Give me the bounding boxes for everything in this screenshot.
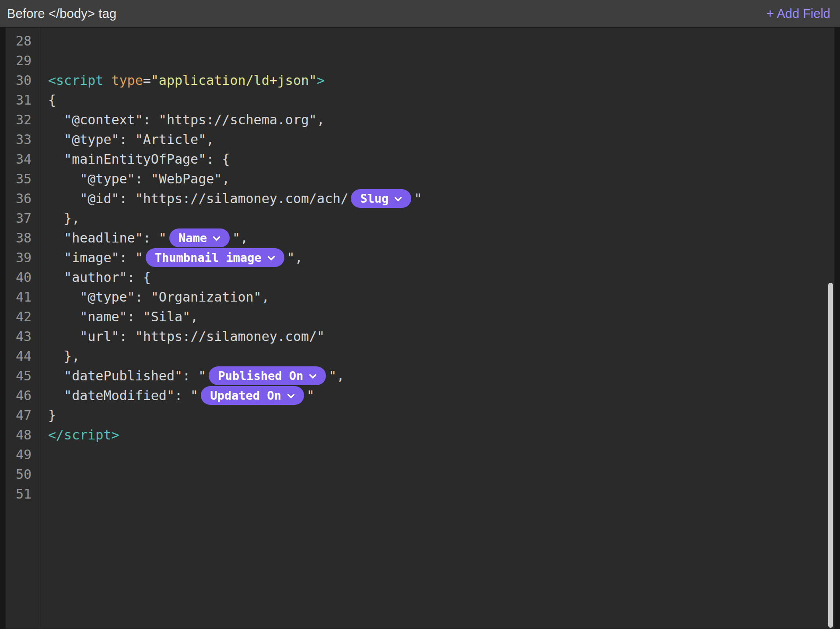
add-field-button[interactable]: + Add Field (766, 7, 830, 21)
code-text: { (48, 92, 56, 108)
code-line[interactable]: 34 "mainEntityOfPage": { (6, 149, 834, 169)
scrollbar-thumb[interactable] (828, 283, 833, 628)
code-line[interactable]: 45 "datePublished": "Published On", (6, 366, 834, 386)
code-text (103, 73, 111, 88)
field-token-label: Thumbnail image (155, 251, 262, 264)
line-number: 34 (6, 151, 39, 167)
line-number: 48 (6, 427, 39, 443)
code-line[interactable]: 40 "author": { (6, 267, 834, 287)
code-text: "name": "Sila", (48, 309, 198, 324)
code-text: "url": "https://silamoney.com/" (48, 329, 325, 344)
field-token-slug[interactable]: Slug (351, 189, 411, 208)
code-text: "@id": "https://silamoney.com/ach/ (48, 191, 348, 206)
line-number: 51 (6, 486, 39, 502)
code-text: "@type": "Article", (48, 132, 214, 147)
line-number: 42 (6, 309, 39, 324)
code-line[interactable]: 32 "@context": "https://schema.org", (6, 110, 834, 130)
code-line[interactable]: 36 "@id": "https://silamoney.com/ach/Slu… (6, 189, 834, 208)
line-number: 43 (6, 329, 39, 344)
code-content: } (39, 408, 56, 423)
line-number: 36 (6, 191, 39, 206)
code-content: </script> (39, 427, 119, 443)
panel-title: Before </body> tag (7, 7, 116, 21)
code-line[interactable]: 29 (6, 51, 834, 70)
code-content: "@type": "WebPage", (39, 171, 230, 186)
code-editor[interactable]: 282930<script type="application/ld+json"… (5, 27, 835, 629)
code-content: "name": "Sila", (39, 309, 198, 324)
code-line[interactable]: 43 "url": "https://silamoney.com/" (6, 327, 834, 346)
code-text: }, (48, 348, 80, 364)
line-number: 37 (6, 211, 39, 226)
code-text: } (48, 408, 56, 423)
code-text: "@context": "https://schema.org", (48, 112, 325, 127)
line-number: 38 (6, 230, 39, 246)
code-content: }, (39, 348, 80, 364)
code-text: "author": { (48, 270, 151, 285)
code-content: "dateModified": "Updated On" (39, 386, 315, 405)
code-content: "author": { (39, 270, 151, 285)
code-text: "@type": "WebPage", (48, 171, 230, 186)
code-text: </script> (48, 427, 119, 443)
code-text: }, (48, 211, 80, 226)
code-line[interactable]: 37 }, (6, 208, 834, 228)
line-number: 49 (6, 447, 39, 462)
code-text: = (143, 73, 151, 88)
code-line[interactable]: 41 "@type": "Organization", (6, 287, 834, 307)
code-line[interactable]: 39 "image": "Thumbnail image", (6, 248, 834, 267)
field-token-updated-on[interactable]: Updated On (201, 386, 304, 405)
code-line[interactable]: 47} (6, 405, 834, 425)
code-content: "mainEntityOfPage": { (39, 151, 230, 167)
line-number: 28 (6, 33, 39, 49)
code-line[interactable]: 44 }, (6, 346, 834, 366)
field-token-label: Updated On (210, 389, 281, 402)
chevron-down-icon (267, 256, 275, 261)
code-text: "application/ld+json" (151, 73, 317, 88)
code-content: "headline": "Name", (39, 228, 248, 247)
line-number: 44 (6, 348, 39, 364)
field-token-label: Published On (218, 369, 303, 383)
code-text: <script (48, 73, 103, 88)
line-number: 45 (6, 368, 39, 383)
code-content: "url": "https://silamoney.com/" (39, 329, 325, 344)
code-text: > (317, 73, 325, 88)
chevron-down-icon (309, 374, 317, 379)
code-line[interactable]: 28 (6, 31, 834, 51)
line-number: 40 (6, 270, 39, 285)
code-content: "@type": "Organization", (39, 289, 270, 305)
code-content: "image": "Thumbnail image", (39, 248, 303, 267)
code-line[interactable]: 31{ (6, 90, 834, 110)
code-text: " (414, 191, 422, 206)
code-text: "image": " (48, 250, 143, 265)
code-line[interactable]: 49 (6, 445, 834, 464)
code-text: "mainEntityOfPage": { (48, 151, 230, 167)
chevron-down-icon (213, 236, 220, 241)
field-token-thumbnail-image[interactable]: Thumbnail image (146, 248, 284, 267)
code-content: "@type": "Article", (39, 132, 214, 147)
code-line[interactable]: 38 "headline": "Name", (6, 228, 834, 248)
line-number: 33 (6, 132, 39, 147)
code-line[interactable]: 42 "name": "Sila", (6, 307, 834, 327)
code-text: " (307, 388, 315, 403)
code-line[interactable]: 51 (6, 484, 834, 504)
code-content: "@context": "https://schema.org", (39, 112, 325, 127)
code-line[interactable]: 30<script type="application/ld+json"> (6, 70, 834, 90)
code-text: "dateModified": " (48, 388, 198, 403)
line-number: 35 (6, 171, 39, 186)
code-content: }, (39, 211, 80, 226)
field-token-published-on[interactable]: Published On (209, 366, 326, 385)
field-token-name[interactable]: Name (169, 228, 230, 247)
code-line[interactable]: 46 "dateModified": "Updated On" (6, 386, 834, 405)
line-number: 30 (6, 73, 39, 88)
code-text: ", (329, 368, 344, 383)
field-token-label: Name (178, 231, 207, 245)
code-line[interactable]: 33 "@type": "Article", (6, 130, 834, 149)
code-content: { (39, 92, 56, 108)
panel-header: Before </body> tag + Add Field (0, 0, 840, 27)
line-number: 46 (6, 388, 39, 403)
code-line[interactable]: 48</script> (6, 425, 834, 445)
code-line[interactable]: 35 "@type": "WebPage", (6, 169, 834, 189)
code-line[interactable]: 50 (6, 464, 834, 484)
code-text: "@type": "Organization", (48, 289, 270, 305)
chevron-down-icon (287, 394, 295, 399)
code-content: <script type="application/ld+json"> (39, 73, 325, 88)
